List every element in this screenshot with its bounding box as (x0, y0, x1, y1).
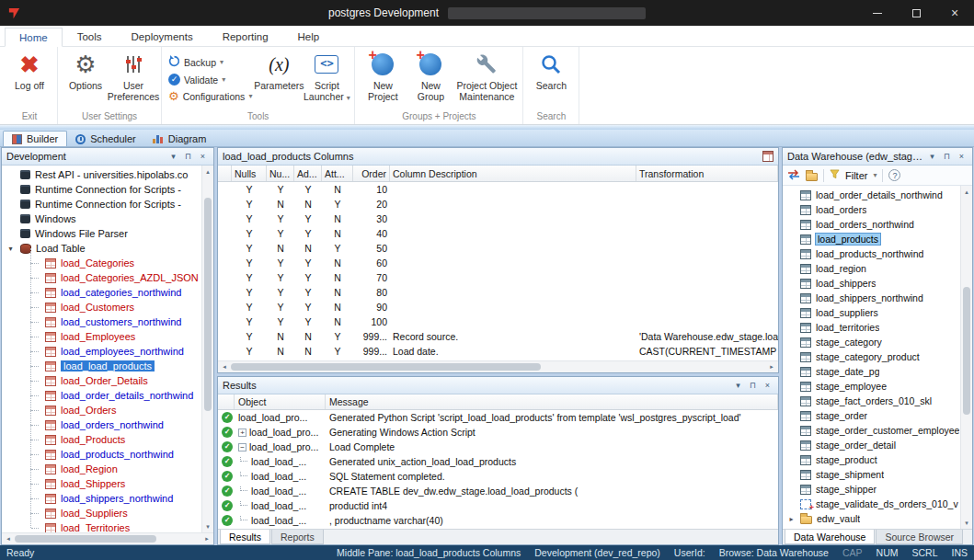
script-launcher-button[interactable]: <> Script Launcher ▾ (303, 49, 350, 110)
browser-item[interactable]: stage_shipper (783, 482, 960, 497)
column-row[interactable]: Y N N Y 999... Load date. CAST(CURRENT_T… (218, 344, 778, 359)
view-tab[interactable]: Scheduler (67, 131, 144, 146)
tree-item[interactable]: load_customers_northwind (2, 314, 201, 329)
horizontal-scrollbar[interactable]: ◂ ▸ (218, 360, 778, 372)
tree-item[interactable]: load_Orders (2, 403, 201, 417)
header-status[interactable] (218, 394, 235, 409)
browser-item[interactable]: stage_product (783, 452, 960, 467)
browser-item[interactable]: load_shippers (783, 276, 960, 291)
tree-item[interactable]: Rest API - universities.hipolabs.co (2, 167, 201, 182)
header-att[interactable]: Att... (322, 166, 353, 181)
scroll-track[interactable] (231, 361, 765, 372)
tree-item[interactable]: load_Categories (2, 256, 201, 270)
browser-item[interactable]: stage_category_product (783, 349, 960, 364)
project-object-maintenance-button[interactable]: Project Object Maintenance (454, 49, 519, 110)
tree-item[interactable]: load_Territories (2, 520, 201, 532)
header-column-description[interactable]: Column Description (390, 166, 636, 181)
browser-item[interactable]: load_order_details_northwind (783, 188, 960, 202)
scroll-track[interactable] (15, 533, 201, 544)
expand-marker-icon[interactable] (240, 515, 247, 520)
pane-menu-icon[interactable]: ▾ (732, 380, 744, 392)
results-tab[interactable]: Results (220, 530, 270, 544)
scroll-left-icon[interactable]: ◂ (2, 535, 15, 543)
user-preferences-button[interactable]: User Preferences (109, 49, 157, 110)
tree-item[interactable]: Windows File Parser (2, 226, 201, 241)
parameters-button[interactable]: (x) Parameters (255, 49, 303, 110)
column-row[interactable]: Y Y Y N 80 (218, 285, 778, 300)
ribbon-tab[interactable]: Reporting (208, 27, 283, 46)
tree-item[interactable]: Runtime Connection for Scripts - (2, 182, 201, 197)
tree-item[interactable]: load_Order_Details (2, 373, 201, 388)
scroll-track[interactable] (202, 177, 213, 520)
column-row[interactable]: Y Y Y N 10 (218, 182, 778, 197)
browser-item[interactable]: stage_order_customer_employee (783, 423, 960, 438)
tree-item[interactable]: load_categories_northwind (2, 285, 201, 300)
expand-marker-icon[interactable]: − (238, 443, 246, 451)
tree-item[interactable]: load_order_details_northwind (2, 388, 201, 403)
log-off-button[interactable]: ✖ Log off (6, 49, 53, 110)
expand-marker-icon[interactable]: + (238, 429, 246, 437)
view-tab[interactable]: Builder (3, 131, 67, 146)
column-row[interactable]: Y Y Y N 30 (218, 211, 778, 226)
browser-item[interactable]: load_orders_northwind (783, 217, 960, 232)
close-button[interactable]: × (935, 0, 974, 26)
new-group-button[interactable]: New Group (407, 49, 454, 110)
browser-item[interactable]: load_territories (783, 320, 960, 335)
browser-item[interactable]: load_products_northwind (783, 246, 960, 261)
expand-marker-icon[interactable] (240, 486, 247, 491)
expand-chevron-icon[interactable]: ▸ (787, 515, 796, 523)
close-pane-icon[interactable]: × (762, 380, 773, 392)
backup-button[interactable]: Backup ▾ (168, 55, 252, 69)
results-tab[interactable]: Reports (271, 530, 324, 544)
tree-item[interactable]: load_Products (2, 432, 201, 447)
browser-item[interactable]: stage_fact_orders_010_skl (783, 394, 960, 408)
tree-item[interactable]: load_Categories_AZDL_JSON (2, 270, 201, 285)
tree-item[interactable]: load_products_northwind (2, 447, 201, 462)
pin-icon[interactable]: ⊓ (182, 151, 194, 163)
close-pane-icon[interactable]: × (197, 151, 209, 163)
header-row-selector[interactable] (218, 166, 232, 181)
result-row[interactable]: ✓ + load_load_pro... Generating Windows … (218, 425, 778, 440)
browser-item[interactable]: stage_validate_ds_orders_010_v (783, 497, 960, 511)
scroll-left-icon[interactable]: ◂ (218, 363, 231, 371)
browser-item[interactable]: load_shippers_northwind (783, 291, 960, 305)
browser-item[interactable]: stage_date_pg (783, 364, 960, 379)
pane-menu-icon[interactable]: ▾ (926, 151, 938, 163)
scroll-up-icon[interactable]: ▴ (961, 186, 972, 198)
column-row[interactable]: Y Y Y N 100 (218, 314, 778, 329)
view-tab[interactable]: Diagram (144, 131, 215, 146)
result-row[interactable]: ✓ load_load_... Generated unix_action_lo… (218, 454, 778, 469)
expand-marker-icon[interactable] (240, 500, 247, 506)
browser-tab[interactable]: Data Warehouse (785, 530, 875, 544)
scroll-right-icon[interactable]: ▸ (201, 535, 213, 543)
new-project-button[interactable]: New Project (359, 49, 407, 110)
browser-item[interactable]: stage_shipment (783, 467, 960, 482)
expand-marker-icon[interactable] (240, 456, 247, 462)
filter-icon[interactable] (830, 169, 840, 181)
browser-item[interactable]: load_orders (783, 202, 960, 217)
column-row[interactable]: Y Y Y N 60 (218, 256, 778, 270)
browser-item[interactable]: load_suppliers (783, 305, 960, 320)
header-transformation[interactable]: Transformation (636, 166, 778, 181)
tree-item[interactable]: ▾ Load Table (2, 241, 201, 256)
scroll-thumb[interactable] (963, 287, 970, 415)
browser-item[interactable]: load_region (783, 261, 960, 276)
tree-item[interactable]: Windows (2, 211, 201, 226)
tree-item[interactable]: load_load_products (2, 359, 201, 373)
scroll-thumb[interactable] (15, 535, 156, 543)
help-icon[interactable]: ? (888, 169, 900, 181)
tree-item[interactable]: load_Customers (2, 300, 201, 314)
browser-item[interactable]: stage_order_detail (783, 438, 960, 452)
header-nulls[interactable]: Nulls (232, 166, 267, 181)
expand-chevron-icon[interactable]: ▾ (6, 245, 16, 253)
tree-item[interactable]: Runtime Connection for Scripts - (2, 197, 201, 211)
column-row[interactable]: Y N N Y 50 (218, 241, 778, 256)
browser-item[interactable]: stage_category (783, 335, 960, 349)
options-button[interactable]: ⚙ Options (62, 49, 109, 110)
browser-tab[interactable]: Source Browser (876, 530, 963, 544)
ribbon-tab[interactable]: Deployments (117, 27, 208, 46)
browser-item[interactable]: stage_order (783, 408, 960, 423)
horizontal-scrollbar[interactable]: ◂ ▸ (2, 532, 213, 544)
pin-icon[interactable]: ⊓ (747, 380, 759, 392)
tree-item[interactable]: load_Suppliers (2, 506, 201, 520)
